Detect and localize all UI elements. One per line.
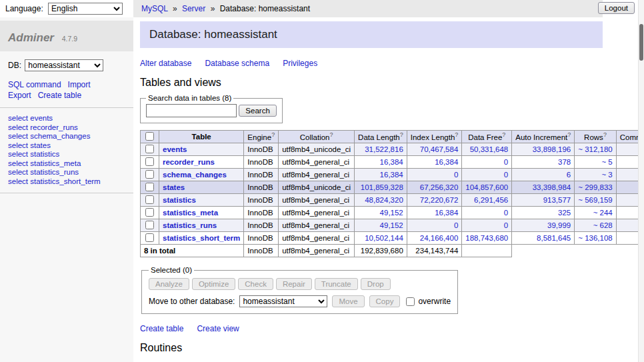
row-checkbox-schema_changes[interactable] — [145, 170, 154, 179]
table-link-statistics[interactable]: statistics — [163, 196, 196, 204]
link-create-view[interactable]: Create view — [197, 324, 239, 333]
rows-link-recorder_runs[interactable]: ~ 5 — [601, 158, 612, 166]
data-length-link-statistics[interactable]: 48,824,320 — [365, 196, 403, 204]
rows-link-statistics_meta[interactable]: ~ 244 — [593, 209, 613, 217]
data-free-link-states[interactable]: 104,857,600 — [465, 183, 508, 191]
data-length-link-statistics_runs[interactable]: 49,152 — [380, 221, 403, 229]
column-header-link-auto-increment[interactable]: Auto Increment? — [515, 133, 571, 141]
scrollbar[interactable] — [638, 0, 644, 362]
rows-link-schema_changes[interactable]: ~ 3 — [601, 171, 612, 179]
sidebar-link-sql-command[interactable]: SQL command — [8, 80, 61, 89]
sidebar-select-statistics-runs[interactable]: select statistics_runs — [8, 168, 125, 177]
breadcrumb-link-mysql[interactable]: MySQL — [141, 4, 168, 13]
repair-button[interactable]: Repair — [276, 278, 312, 290]
table-link-statistics_meta[interactable]: statistics_meta — [163, 209, 218, 217]
data-free-link-recorder_runs[interactable]: 0 — [504, 158, 508, 166]
overwrite-checkbox[interactable] — [406, 297, 415, 306]
index-length-link-statistics_runs[interactable]: 0 — [454, 221, 458, 229]
check-button[interactable]: Check — [238, 278, 273, 290]
auto-increment-link-events[interactable]: 33,898,196 — [533, 145, 571, 153]
sidebar-link-import[interactable]: Import — [68, 80, 91, 89]
auto-increment-link-statistics_meta[interactable]: 325 — [558, 209, 571, 217]
sidebar-link-create-table[interactable]: Create table — [38, 91, 81, 100]
table-link-states[interactable]: states — [163, 183, 185, 191]
table-link-statistics_short_term[interactable]: statistics_short_term — [163, 234, 240, 242]
auto-increment-link-states[interactable]: 33,398,984 — [533, 183, 571, 191]
nav-link-privileges[interactable]: Privileges — [283, 59, 317, 68]
db-select[interactable]: homeassistant — [25, 59, 103, 71]
sidebar-select-states[interactable]: select states — [8, 141, 125, 151]
data-length-link-events[interactable]: 31,522,816 — [365, 145, 403, 153]
auto-increment-link-schema_changes[interactable]: 6 — [567, 171, 571, 179]
index-length-link-events[interactable]: 70,467,584 — [420, 145, 459, 153]
analyze-button[interactable]: Analyze — [149, 278, 189, 290]
rows-link-states[interactable]: ~ 299,833 — [578, 183, 612, 191]
search-button[interactable]: Search — [239, 105, 276, 117]
sidebar-select-recorder-runs[interactable]: select recorder_runs — [8, 123, 125, 133]
optimize-button[interactable]: Optimize — [192, 278, 235, 290]
sidebar-select-events[interactable]: select events — [8, 114, 125, 123]
column-header-link-rows[interactable]: Rows? — [584, 133, 607, 141]
drop-button[interactable]: Drop — [361, 278, 391, 290]
column-header-link-engine[interactable]: Engine? — [247, 133, 275, 141]
data-free-link-statistics_runs[interactable]: 0 — [504, 221, 508, 229]
data-free-link-statistics_meta[interactable]: 0 — [504, 209, 508, 217]
table-link-statistics_runs[interactable]: statistics_runs — [163, 221, 217, 229]
move-db-select[interactable]: homeassistant — [239, 295, 327, 307]
row-checkbox-statistics[interactable] — [145, 195, 154, 204]
sidebar-select-schema-changes[interactable]: select schema_changes — [8, 132, 125, 141]
data-free-link-events[interactable]: 50,331,648 — [470, 145, 509, 153]
table-link-schema_changes[interactable]: schema_changes — [163, 171, 227, 179]
scrollbar-thumb[interactable] — [639, 24, 643, 61]
rows-link-statistics_runs[interactable]: ~ 628 — [593, 221, 613, 229]
link-create-table[interactable]: Create table — [140, 324, 183, 333]
column-header-link-index-length[interactable]: Index Length? — [411, 133, 459, 141]
data-length-link-schema_changes[interactable]: 16,384 — [380, 171, 403, 179]
language-select[interactable]: English — [48, 3, 123, 15]
nav-link-alter-database[interactable]: Alter database — [140, 59, 191, 68]
data-length-link-statistics_short_term[interactable]: 10,502,144 — [365, 234, 403, 242]
row-checkbox-recorder_runs[interactable] — [145, 157, 154, 166]
adminer-logo-link[interactable]: Adminer — [8, 31, 54, 44]
rows-link-events[interactable]: ~ 312,180 — [578, 145, 612, 153]
row-checkbox-states[interactable] — [145, 183, 154, 191]
data-length-link-statistics_meta[interactable]: 49,152 — [380, 209, 403, 217]
row-checkbox-events[interactable] — [145, 145, 154, 153]
logout-button[interactable]: Logout — [598, 2, 635, 14]
sidebar-select-statistics-short-term[interactable]: select statistics_short_term — [8, 177, 125, 187]
auto-increment-link-statistics_runs[interactable]: 39,999 — [547, 221, 571, 229]
index-length-link-recorder_runs[interactable]: 16,384 — [435, 158, 458, 166]
index-length-link-schema_changes[interactable]: 0 — [454, 171, 458, 179]
truncate-button[interactable]: Truncate — [315, 278, 358, 290]
nav-link-database-schema[interactable]: Database schema — [205, 59, 269, 68]
auto-increment-link-recorder_runs[interactable]: 378 — [558, 158, 571, 166]
table-link-recorder_runs[interactable]: recorder_runs — [163, 158, 215, 166]
data-free-link-statistics_short_term[interactable]: 188,743,680 — [465, 234, 508, 242]
copy-button[interactable]: Copy — [369, 295, 401, 307]
index-length-link-statistics_meta[interactable]: 16,384 — [435, 209, 458, 217]
data-free-link-schema_changes[interactable]: 0 — [504, 171, 508, 179]
row-checkbox-statistics_meta[interactable] — [145, 208, 154, 217]
search-input[interactable] — [146, 104, 237, 117]
data-length-link-states[interactable]: 101,859,328 — [361, 183, 403, 191]
index-length-link-statistics[interactable]: 72,220,672 — [420, 196, 459, 204]
column-header-link-data-free[interactable]: Data Free? — [468, 133, 505, 141]
index-length-link-states[interactable]: 67,256,320 — [420, 183, 459, 191]
row-checkbox-statistics_short_term[interactable] — [145, 233, 154, 242]
row-checkbox-statistics_runs[interactable] — [145, 221, 154, 229]
select-all-checkbox[interactable] — [145, 132, 154, 141]
column-header-link-data-length[interactable]: Data Length? — [358, 133, 403, 141]
sidebar-select-statistics[interactable]: select statistics — [8, 150, 125, 159]
data-length-link-recorder_runs[interactable]: 16,384 — [380, 158, 403, 166]
rows-link-statistics[interactable]: ~ 569,159 — [578, 196, 612, 204]
index-length-link-statistics_short_term[interactable]: 24,166,400 — [420, 234, 459, 242]
rows-link-statistics_short_term[interactable]: ~ 136,108 — [578, 234, 612, 242]
auto-increment-link-statistics_short_term[interactable]: 8,581,645 — [537, 234, 571, 242]
sidebar-select-statistics-meta[interactable]: select statistics_meta — [8, 159, 125, 169]
column-header-link-collation[interactable]: Collation? — [300, 133, 333, 141]
breadcrumb-link-server[interactable]: Server — [182, 4, 205, 13]
sidebar-link-export[interactable]: Export — [8, 91, 31, 100]
data-free-link-statistics[interactable]: 6,291,456 — [474, 196, 508, 204]
auto-increment-link-statistics[interactable]: 913,577 — [543, 196, 571, 204]
table-link-events[interactable]: events — [163, 145, 187, 153]
